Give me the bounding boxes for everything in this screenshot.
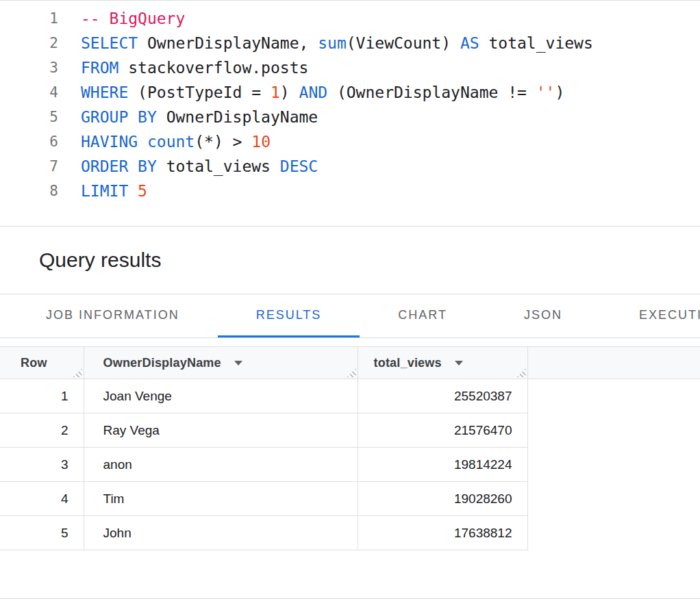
column-resize-handle[interactable] bbox=[517, 368, 526, 377]
table-header-row: Row OwnerDisplayName total_views bbox=[0, 347, 700, 379]
code-token-comment: -- BigQuery bbox=[81, 10, 185, 27]
code-token-plain: OwnerDisplayName, bbox=[138, 34, 318, 52]
empty-cell bbox=[527, 482, 700, 516]
code-token-keyword: AND bbox=[299, 84, 328, 101]
code-token-plain bbox=[138, 133, 147, 151]
owner-display-name-cell: Tim bbox=[84, 482, 358, 516]
tab-execution-details[interactable]: EXECUTION DETAILS bbox=[601, 294, 700, 337]
code-token-keyword: LIMIT bbox=[81, 182, 128, 200]
code-text: WHERE (PostTypeId = 1) AND (OwnerDisplay… bbox=[81, 80, 564, 105]
sql-editor[interactable]: 1-- BigQuery2SELECT OwnerDisplayName, su… bbox=[0, 1, 700, 227]
column-label: OwnerDisplayName bbox=[103, 356, 221, 370]
code-token-keyword: ORDER BY bbox=[81, 157, 157, 175]
code-token-keyword: sum bbox=[318, 34, 347, 52]
total-views-cell: 17638812 bbox=[358, 516, 527, 550]
results-table: Row OwnerDisplayName total_views bbox=[0, 346, 700, 550]
row-number-cell: 1 bbox=[0, 379, 84, 413]
tab-chart[interactable]: CHART bbox=[360, 294, 486, 337]
code-text: ORDER BY total_views DESC bbox=[81, 154, 318, 179]
bigquery-results-panel: 1-- BigQuery2SELECT OwnerDisplayName, su… bbox=[0, 0, 700, 601]
code-text: -- BigQuery bbox=[81, 6, 185, 31]
column-header-ownerdisplayname[interactable]: OwnerDisplayName bbox=[84, 347, 358, 379]
empty-cell bbox=[527, 516, 700, 550]
tab-json[interactable]: JSON bbox=[486, 294, 601, 337]
code-line[interactable]: 1-- BigQuery bbox=[0, 6, 700, 31]
owner-display-name-cell: Ray Vega bbox=[84, 413, 358, 448]
line-number: 5 bbox=[0, 105, 58, 129]
code-token-plain: ) bbox=[555, 84, 564, 101]
code-token-keyword: count bbox=[147, 133, 195, 151]
row-number-cell: 5 bbox=[0, 516, 84, 550]
results-area: Row OwnerDisplayName total_views bbox=[0, 338, 700, 599]
code-line[interactable]: 4WHERE (PostTypeId = 1) AND (OwnerDispla… bbox=[0, 80, 700, 105]
column-resize-handle[interactable] bbox=[73, 368, 82, 377]
results-body: 1Joan Venge255203872Ray Vega215764703ano… bbox=[0, 379, 700, 550]
empty-cell bbox=[527, 413, 700, 448]
code-token-plain: (*) > bbox=[195, 133, 251, 151]
code-token-number: 10 bbox=[251, 133, 271, 151]
line-number: 8 bbox=[0, 179, 58, 203]
code-text: HAVING count(*) > 10 bbox=[81, 129, 271, 154]
table-row[interactable]: 2Ray Vega21576470 bbox=[0, 413, 700, 448]
table-row[interactable]: 4Tim19028260 bbox=[0, 482, 700, 516]
code-token-plain: (PostTypeId = bbox=[128, 84, 271, 101]
code-line[interactable]: 5GROUP BY OwnerDisplayName bbox=[0, 105, 700, 129]
code-token-number: 1 bbox=[271, 84, 280, 101]
total-views-cell: 25520387 bbox=[358, 379, 527, 413]
code-token-plain: ) bbox=[280, 84, 299, 101]
total-views-cell: 21576470 bbox=[358, 413, 527, 448]
table-row[interactable]: 5John17638812 bbox=[0, 516, 700, 550]
code-token-keyword: GROUP BY bbox=[81, 108, 157, 126]
code-token-number: 5 bbox=[138, 182, 147, 200]
empty-cell bbox=[527, 448, 700, 482]
owner-display-name-cell: anon bbox=[84, 448, 358, 482]
table-row[interactable]: 1Joan Venge25520387 bbox=[0, 379, 700, 413]
code-line[interactable]: 7ORDER BY total_views DESC bbox=[0, 154, 700, 179]
total-views-cell: 19028260 bbox=[358, 482, 527, 516]
code-token-plain: (ViewCount) bbox=[347, 34, 460, 52]
total-views-cell: 19814224 bbox=[358, 448, 527, 482]
column-dropdown-icon[interactable] bbox=[455, 361, 463, 366]
line-number: 2 bbox=[0, 31, 58, 55]
code-text: LIMIT 5 bbox=[81, 179, 147, 203]
line-number: 6 bbox=[0, 129, 58, 154]
code-text: SELECT OwnerDisplayName, sum(ViewCount) … bbox=[81, 31, 593, 55]
code-lines[interactable]: 1-- BigQuery2SELECT OwnerDisplayName, su… bbox=[0, 6, 700, 203]
code-token-keyword: FROM bbox=[81, 59, 118, 77]
code-text: GROUP BY OwnerDisplayName bbox=[81, 105, 318, 129]
line-number: 7 bbox=[0, 154, 58, 179]
code-line[interactable]: 2SELECT OwnerDisplayName, sum(ViewCount)… bbox=[0, 31, 700, 55]
owner-display-name-cell: Joan Venge bbox=[84, 379, 358, 413]
code-token-keyword: AS bbox=[460, 34, 479, 52]
code-token-string: '' bbox=[536, 84, 555, 101]
code-text: FROM stackoverflow.posts bbox=[81, 55, 308, 80]
empty-cell bbox=[527, 379, 700, 413]
column-header-row[interactable]: Row bbox=[0, 347, 84, 379]
code-token-plain: stackoverflow.posts bbox=[118, 59, 308, 77]
tab-job-information[interactable]: JOB INFORMATION bbox=[8, 294, 218, 337]
query-results-section-header: Query results bbox=[0, 227, 700, 294]
code-token-keyword: DESC bbox=[280, 157, 318, 175]
row-number-cell: 3 bbox=[0, 448, 84, 482]
code-token-keyword: WHERE bbox=[81, 84, 128, 101]
code-line[interactable]: 6HAVING count(*) > 10 bbox=[0, 129, 700, 154]
code-token-plain: OwnerDisplayName bbox=[157, 108, 318, 126]
table-row[interactable]: 3anon19814224 bbox=[0, 448, 700, 482]
line-number: 3 bbox=[0, 55, 58, 80]
code-token-plain: total_views bbox=[479, 34, 593, 52]
code-token-plain bbox=[128, 182, 138, 200]
row-number-cell: 2 bbox=[0, 413, 84, 448]
code-line[interactable]: 8LIMIT 5 bbox=[0, 179, 700, 203]
query-results-title: Query results bbox=[39, 248, 161, 272]
column-resize-handle[interactable] bbox=[347, 368, 356, 377]
code-token-plain: total_views bbox=[157, 157, 280, 175]
tab-bar: JOB INFORMATIONRESULTSCHARTJSONEXECUTION… bbox=[0, 294, 700, 338]
column-label: Row bbox=[21, 356, 47, 370]
tab-results[interactable]: RESULTS bbox=[218, 294, 360, 337]
code-line[interactable]: 3FROM stackoverflow.posts bbox=[0, 55, 700, 80]
line-number: 4 bbox=[0, 80, 58, 105]
column-header-total-views[interactable]: total_views bbox=[358, 347, 527, 379]
row-number-cell: 4 bbox=[0, 482, 84, 516]
code-token-plain: (OwnerDisplayName != bbox=[327, 84, 536, 101]
column-dropdown-icon[interactable] bbox=[234, 361, 242, 366]
